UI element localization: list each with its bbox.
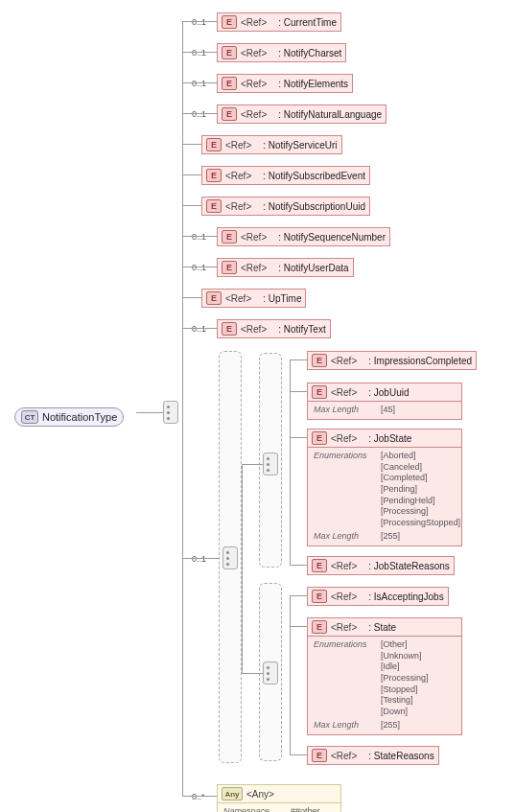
element-notify-user-data[interactable]: E<Ref>: NotifyUserData bbox=[217, 258, 354, 277]
facet-box: Max Length[45] bbox=[307, 402, 462, 420]
facet-label: Max Length bbox=[314, 405, 375, 416]
ref-tag: <Ref> bbox=[241, 79, 267, 89]
connector bbox=[182, 82, 217, 83]
element-notify-charset[interactable]: E<Ref>: NotifyCharset bbox=[217, 43, 346, 62]
element-state-reasons[interactable]: E<Ref>: StateReasons bbox=[307, 746, 439, 765]
element-any[interactable]: Any <Any> Namespace##other bbox=[217, 784, 341, 812]
element-job-state[interactable]: E<Ref>: JobState Enumerations[Aborted][C… bbox=[307, 429, 462, 546]
connector bbox=[290, 437, 307, 438]
connector bbox=[182, 236, 217, 237]
occurrence-label: 0..1 bbox=[192, 17, 206, 27]
ref-name: : StateReasons bbox=[361, 751, 433, 761]
element-state[interactable]: E<Ref>: State Enumerations[Other][Unknow… bbox=[307, 617, 462, 735]
connector bbox=[182, 205, 201, 206]
schema-diagram: CT NotificationType 0..1 E <Ref> : Curre… bbox=[10, 10, 515, 812]
connector bbox=[182, 113, 217, 114]
ref-name: : JobUuid bbox=[361, 387, 409, 398]
occurrence-label: 0..1 bbox=[192, 109, 206, 119]
ref-tag: <Ref> bbox=[225, 293, 251, 304]
connector bbox=[182, 558, 219, 559]
element-badge-icon: E bbox=[312, 590, 327, 603]
connector bbox=[290, 595, 307, 596]
element-impressions-completed[interactable]: E<Ref>: ImpressionsCompleted bbox=[307, 351, 477, 370]
element-up-time[interactable]: E<Ref>: UpTime bbox=[201, 289, 306, 308]
facet-box: Enumerations[Aborted][Canceled][Complete… bbox=[307, 448, 462, 546]
connector bbox=[290, 391, 307, 392]
sequence-compositor-icon bbox=[163, 401, 178, 424]
ref-tag: <Ref> bbox=[331, 622, 357, 633]
connector bbox=[242, 673, 263, 674]
facet-label: Max Length bbox=[314, 531, 375, 543]
element-job-state-reasons[interactable]: E<Ref>: JobStateReasons bbox=[307, 556, 455, 575]
facet-value: [45] bbox=[381, 405, 395, 416]
connector bbox=[242, 464, 263, 465]
ref-tag: <Ref> bbox=[241, 263, 267, 273]
element-notify-elements[interactable]: E<Ref>: NotifyElements bbox=[217, 74, 353, 93]
element-badge-icon: E bbox=[312, 620, 327, 634]
ref-tag: <Ref> bbox=[331, 356, 357, 366]
facet-label: Enumerations bbox=[314, 639, 375, 718]
element-badge-icon: E bbox=[206, 291, 222, 305]
ct-badge-icon: CT bbox=[21, 410, 38, 424]
element-is-accepting-jobs[interactable]: E<Ref>: IsAcceptingJobs bbox=[307, 587, 449, 606]
element-badge-icon: E bbox=[222, 77, 237, 90]
facet-value: [255] bbox=[381, 531, 400, 543]
connector bbox=[290, 565, 307, 566]
connector bbox=[290, 360, 307, 360]
element-notify-text[interactable]: E<Ref>: NotifyText bbox=[217, 319, 331, 338]
element-badge-icon: E bbox=[222, 322, 237, 336]
element-current-time[interactable]: E <Ref> : CurrentTime bbox=[217, 12, 341, 32]
element-notify-service-uri[interactable]: E<Ref>: NotifyServiceUri bbox=[201, 135, 342, 154]
occurrence-label: 0..1 bbox=[192, 48, 206, 58]
occurrence-label: 0..1 bbox=[192, 324, 206, 334]
sequence-compositor-icon bbox=[263, 661, 278, 684]
facet-value-list: [Aborted][Canceled][Completed][Pending][… bbox=[381, 451, 460, 529]
ref-tag: <Ref> bbox=[225, 201, 251, 212]
occurrence-label: 0..1 bbox=[192, 554, 206, 564]
occurrence-label: 0..1 bbox=[192, 263, 206, 272]
ref-name: : NotifyText bbox=[270, 324, 325, 335]
element-badge-icon: E bbox=[222, 230, 237, 244]
connector bbox=[136, 412, 163, 413]
ref-tag: <Ref> bbox=[331, 561, 357, 571]
ref-tag: <Ref> bbox=[331, 387, 357, 398]
connector bbox=[182, 267, 217, 267]
ref-name: : NotifySubscriptionUuid bbox=[255, 201, 365, 212]
any-badge-icon: Any bbox=[222, 787, 243, 800]
ref-name: : CurrentTime bbox=[270, 17, 337, 28]
connector bbox=[182, 328, 217, 329]
element-badge-icon: E bbox=[206, 199, 222, 213]
root-complex-type[interactable]: CT NotificationType bbox=[14, 407, 124, 427]
element-notify-sequence-number[interactable]: E<Ref>: NotifySequenceNumber bbox=[217, 227, 390, 246]
element-badge-icon: E bbox=[206, 138, 222, 151]
element-badge-icon: E bbox=[222, 15, 237, 29]
connector bbox=[182, 21, 217, 22]
occurrence-label: 0..1 bbox=[192, 79, 206, 88]
connector bbox=[242, 464, 243, 673]
element-badge-icon: E bbox=[312, 354, 327, 367]
ref-name: : ImpressionsCompleted bbox=[361, 356, 472, 366]
ref-name: : State bbox=[361, 622, 396, 633]
facet-label: Enumerations bbox=[314, 451, 375, 529]
element-badge-icon: E bbox=[312, 431, 327, 445]
element-notify-subscribed-event[interactable]: E<Ref>: NotifySubscribedEvent bbox=[201, 166, 370, 185]
element-notify-natural-language[interactable]: E<Ref>: NotifyNaturalLanguage bbox=[217, 104, 386, 124]
facet-value: ##other bbox=[291, 806, 320, 812]
ref-name: : JobStateReasons bbox=[361, 561, 450, 571]
ref-tag: <Ref> bbox=[241, 232, 267, 243]
element-job-uuid[interactable]: E<Ref>: JobUuid Max Length[45] bbox=[307, 383, 462, 420]
element-badge-icon: E bbox=[312, 749, 327, 762]
ref-tag: <Ref> bbox=[241, 109, 267, 120]
ref-name: : NotifyElements bbox=[270, 79, 348, 89]
ref-tag: <Ref> bbox=[241, 17, 267, 28]
element-badge-icon: E bbox=[206, 169, 222, 182]
ref-tag: <Ref> bbox=[331, 592, 357, 602]
element-badge-icon: E bbox=[222, 46, 237, 59]
occurrence-label: 0..* bbox=[192, 792, 205, 801]
connector bbox=[182, 174, 201, 175]
element-badge-icon: E bbox=[312, 559, 327, 572]
ref-name: : NotifyUserData bbox=[270, 263, 348, 273]
ref-tag: <Ref> bbox=[225, 140, 251, 151]
facet-label: Namespace bbox=[223, 806, 285, 812]
element-notify-subscription-uuid[interactable]: E<Ref>: NotifySubscriptionUuid bbox=[201, 197, 370, 216]
